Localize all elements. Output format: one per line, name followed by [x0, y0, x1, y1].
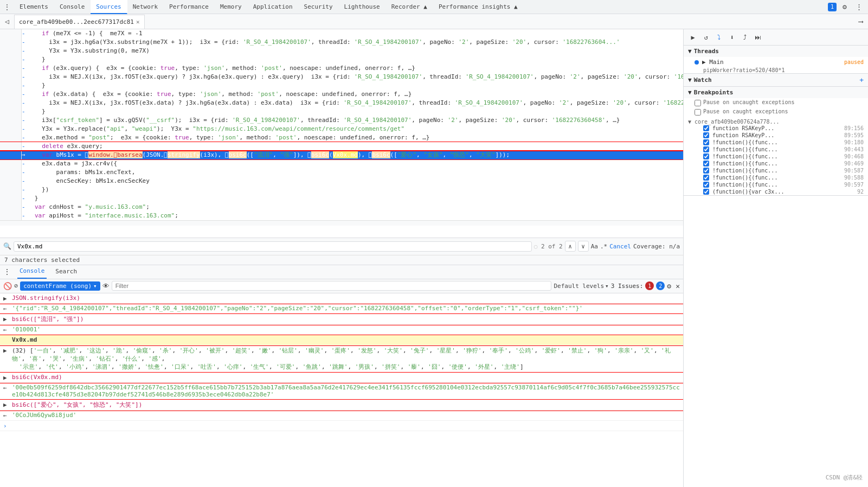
- tab-application[interactable]: Application: [248, 0, 299, 14]
- watch-header[interactable]: ▼ Watch +: [684, 74, 868, 86]
- threads-header[interactable]: ▼ Threads: [684, 46, 868, 57]
- bp-fn-checkbox[interactable]: [703, 153, 709, 159]
- frame-selector[interactable]: contentFrame (song) ▾: [20, 281, 100, 291]
- tab-performance[interactable]: Performance: [164, 0, 215, 14]
- console-messages[interactable]: ▶ JSON.stringify(i3x) ← '{"rid":"R_SO_4_…: [0, 293, 683, 488]
- list-item[interactable]: ← '0CoJUm6Qyw8i8jud': [0, 411, 683, 421]
- step-into-icon[interactable]: ⤵: [713, 31, 725, 43]
- tab-lighthouse[interactable]: Lighthouse: [339, 0, 386, 14]
- more-icon[interactable]: ⋮: [853, 1, 865, 13]
- thread-main[interactable]: ▶ Main paused: [684, 57, 868, 67]
- bp-fn-item[interactable]: !function(){(func... 90:469: [684, 160, 868, 167]
- search-aa-label[interactable]: Aa: [591, 243, 598, 250]
- back-icon[interactable]: ◁: [0, 15, 14, 29]
- expand-arrow[interactable]: ▶: [3, 347, 10, 354]
- search-prev-btn[interactable]: ∧: [565, 241, 576, 252]
- list-item[interactable]: ▶ bsi6c(Vx0x.md): [0, 373, 683, 383]
- top-icon[interactable]: ⊘: [14, 282, 18, 290]
- tab-perf-insights[interactable]: Performance insights ▲: [433, 0, 524, 14]
- bp-fn-item[interactable]: !function(){(func... 90:588: [684, 174, 868, 181]
- expand-icon[interactable]: ⟶: [854, 15, 868, 29]
- list-item[interactable]: ›: [0, 421, 683, 431]
- list-item[interactable]: ← '00e0b509f6259df8642dbc35662901477df22…: [0, 383, 683, 400]
- clear-console-icon[interactable]: 🚫: [3, 282, 12, 290]
- list-item[interactable]: ▶ bsi6c(["流泪", "强"]): [0, 314, 683, 325]
- tab-search-bottom[interactable]: Search: [53, 265, 79, 279]
- search-dot-label[interactable]: .*: [600, 243, 607, 250]
- console-levels-selector[interactable]: Default levels ▾: [554, 283, 608, 290]
- expand-arrow[interactable]: ▶: [3, 316, 10, 323]
- file-tab-close[interactable]: ✕: [136, 18, 140, 25]
- pause-icon[interactable]: ▶: [687, 31, 699, 43]
- right-panel-scroll[interactable]: ▼ Threads ▶ Main paused pipWorker?ratio=…: [684, 46, 868, 487]
- search-input[interactable]: [14, 241, 532, 252]
- expand-arrow[interactable]: ▶: [3, 374, 10, 381]
- bp-fn-checkbox[interactable]: [703, 168, 709, 174]
- list-item[interactable]: ▶ JSON.stringify(i3x): [0, 293, 683, 304]
- tab-elements[interactable]: Elements: [14, 0, 54, 14]
- bp-fn-item[interactable]: function RSAKeyP... 89:595: [684, 132, 868, 139]
- bp-fn-checkbox[interactable]: [703, 189, 709, 195]
- tab-security[interactable]: Security: [299, 0, 339, 14]
- console-close-icon[interactable]: ✕: [676, 282, 680, 290]
- threads-collapse-icon: ▼: [688, 48, 692, 55]
- bp-pause-caught-checkbox[interactable]: [695, 109, 701, 116]
- console-gear-icon[interactable]: ⚙: [667, 282, 671, 290]
- bp-pause-caught[interactable]: Pause on caught exceptions: [684, 107, 868, 117]
- bp-fn-checkbox[interactable]: [703, 132, 709, 138]
- table-row: - Y3x = Y3x.substring(0, me7X): [0, 47, 683, 55]
- tab-sources[interactable]: Sources: [91, 0, 127, 14]
- bp-fn-item[interactable]: function RSAKeyP... 89:156: [684, 125, 868, 132]
- bp-fn-item[interactable]: !function(){(func... 90:468: [684, 153, 868, 160]
- bp-pause-uncaught-checkbox[interactable]: [695, 100, 701, 106]
- tab-network[interactable]: Network: [127, 0, 164, 14]
- search-cancel-btn[interactable]: Cancel: [609, 243, 631, 250]
- list-item[interactable]: ▶ bsi6c(["爱心", "女孩", "惊恐", "大笑"]): [0, 400, 683, 411]
- bp-fn-item[interactable]: !function(){(func... 90:587: [684, 167, 868, 174]
- bp-fn-item[interactable]: !function(){(func... 90:597: [684, 181, 868, 188]
- eye-icon[interactable]: 👁: [102, 282, 110, 290]
- list-item[interactable]: ← '010001': [0, 325, 683, 335]
- thread-pip[interactable]: pipWorker?ratio=520/480*1: [684, 67, 868, 73]
- bp-pause-uncaught[interactable]: Pause on uncaught exceptions: [684, 98, 868, 107]
- file-tab[interactable]: core_afb409be00...2eec677317dc81 ✕: [14, 15, 145, 29]
- step-icon[interactable]: ⤴: [739, 31, 751, 43]
- top-nav-icons: 1 ⚙ ⋮: [828, 1, 868, 13]
- debugger-toolbar: ▶ ↺ ⤵ ⬇ ⤴ ⏭: [684, 29, 868, 46]
- bottom-tab-dots[interactable]: ⋮: [3, 267, 11, 276]
- bp-fn-checkbox[interactable]: [703, 175, 709, 181]
- bp-fn-item[interactable]: (function(){var c3x... 92: [684, 188, 868, 195]
- file-tab-name: core_afb409be00...2eec677317dc81: [19, 18, 134, 25]
- bp-fn-checkbox[interactable]: [703, 182, 709, 188]
- bp-fn-checkbox[interactable]: [703, 146, 709, 152]
- bp-fn-checkbox[interactable]: [703, 139, 709, 145]
- breakpoints-header[interactable]: ▼ Breakpoints: [684, 87, 868, 98]
- prompt-arrow: ›: [3, 422, 10, 430]
- search-next-btn[interactable]: ∨: [578, 241, 589, 252]
- watch-add-icon[interactable]: +: [859, 76, 864, 84]
- table-row: - }): [0, 185, 683, 194]
- tab-console[interactable]: Console: [54, 0, 91, 14]
- console-filter-input[interactable]: [112, 281, 552, 291]
- list-item[interactable]: ← '{"rid":"R_SO_4_1984200107","threadId"…: [0, 304, 683, 314]
- expand-arrow[interactable]: ▶: [3, 295, 10, 302]
- issues-badge[interactable]: 1: [828, 3, 837, 11]
- bp-fn-checkbox[interactable]: [703, 125, 709, 131]
- tab-memory[interactable]: Memory: [215, 0, 248, 14]
- bp-fn-item[interactable]: !function(){(func... 90:443: [684, 146, 868, 153]
- list-item[interactable]: Vx0x.md: [0, 335, 683, 345]
- list-item[interactable]: ▶ (32) ['一自', '减肥', '这边', '跪', '偷窥', '杀'…: [0, 345, 683, 373]
- bp-fn-item[interactable]: !function(){(func... 90:180: [684, 139, 868, 146]
- bp-fn-checkbox[interactable]: [703, 161, 709, 166]
- issues-badge-area[interactable]: 3 Issues: 1 2: [611, 281, 665, 290]
- tab-console-bottom[interactable]: Console: [17, 265, 47, 279]
- code-area[interactable]: - if (me7X <= -1) { me7X = -1 - i3x = j3…: [0, 29, 683, 238]
- deactivate-icon[interactable]: ⏭: [752, 31, 764, 43]
- step-over-icon[interactable]: ↺: [700, 31, 712, 43]
- tab-recorder[interactable]: Recorder ▲: [386, 0, 433, 14]
- step-out-icon[interactable]: ⬇: [726, 31, 738, 43]
- expand-arrow[interactable]: ▶: [3, 401, 10, 408]
- devtools-icon[interactable]: ⋮: [0, 0, 14, 14]
- settings-icon[interactable]: ⚙: [839, 1, 851, 13]
- thread-dot: [695, 60, 699, 65]
